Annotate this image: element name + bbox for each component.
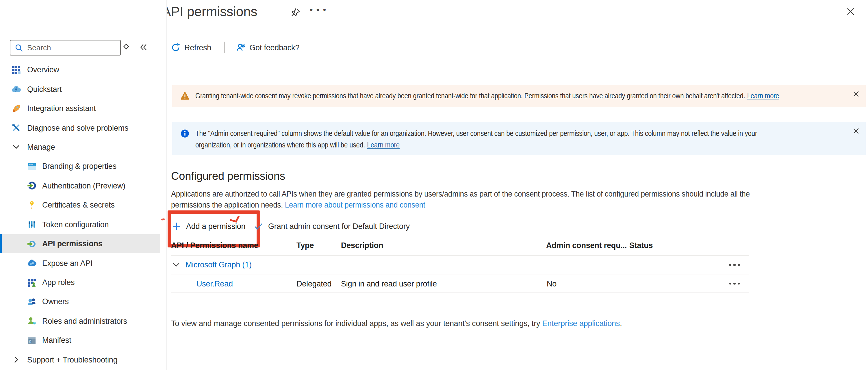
refresh-button[interactable]: Refresh [171, 43, 211, 52]
permissions-consent-link[interactable]: Learn more about permissions and consent [285, 201, 425, 209]
quickstart-icon [11, 84, 21, 94]
expose-api-icon [27, 258, 36, 268]
warning-banner-text: Granting tenant-wide consent may revoke … [195, 92, 779, 100]
owners-icon [27, 297, 36, 306]
sidebar-section-label: Manage [27, 143, 55, 151]
resize-handle-icon[interactable] [123, 43, 130, 50]
add-permission-label: Add a permission [186, 222, 245, 230]
sidebar-item-diagnose[interactable]: Diagnose and solve problems [0, 118, 160, 137]
sidebar-item-app-roles[interactable]: App roles [0, 273, 160, 292]
token-configuration-icon [27, 220, 36, 229]
checkmark-icon [254, 221, 264, 231]
table-row-group-microsoft-graph: Microsoft Graph (1) [171, 255, 749, 275]
authentication-icon [27, 181, 36, 190]
info-banner-close-icon[interactable] [853, 128, 859, 134]
sidebar-section-label: Support + Troubleshooting [27, 356, 118, 364]
permissions-table-header: API / Permissions name Type Description … [171, 238, 749, 255]
column-description: Description [341, 241, 383, 250]
info-learn-more-link[interactable]: Learn more [367, 141, 400, 149]
permission-admin-consent: No [547, 279, 557, 288]
branding-icon: www [27, 162, 36, 171]
sidebar-item-token-configuration[interactable]: Token configuration [0, 215, 160, 234]
sidebar-item-label: API permissions [42, 239, 102, 248]
sidebar-item-authentication[interactable]: Authentication (Preview) [0, 176, 160, 195]
sidebar-section-support-troubleshooting[interactable]: Support + Troubleshooting [0, 350, 160, 369]
roles-admins-icon [27, 316, 36, 326]
svg-text:{}: {} [29, 340, 31, 343]
search-box [10, 40, 121, 56]
warning-learn-more-link[interactable]: Learn more [747, 92, 779, 100]
main-content: Refresh Got feedback? Granting tenant-wi… [171, 0, 866, 370]
feedback-label: Got feedback? [249, 43, 299, 52]
sidebar-item-api-permissions[interactable]: API permissions [0, 234, 160, 253]
sidebar-item-owners[interactable]: Owners [0, 292, 160, 312]
feedback-icon [236, 43, 245, 52]
column-admin-consent-required: Admin consent requ... [546, 241, 627, 250]
sidebar-item-label: App roles [42, 278, 74, 287]
sidebar: Overview Quickstart Integration assistan… [0, 0, 167, 370]
permissions-intro-text: Applications are authorized to call APIs… [171, 188, 767, 210]
sidebar-item-quickstart[interactable]: Quickstart [0, 80, 160, 99]
sidebar-item-label: Owners [42, 298, 69, 306]
permission-type: Delegated [297, 279, 332, 288]
add-permission-button[interactable]: Add a permission [172, 218, 245, 234]
svg-text:www: www [28, 163, 33, 166]
warning-banner: Granting tenant-wide consent may revoke … [172, 85, 866, 107]
sidebar-section-manage[interactable]: Manage [0, 137, 160, 157]
column-type: Type [297, 241, 314, 250]
sidebar-item-label: Diagnose and solve problems [27, 123, 128, 132]
row-actions-ellipsis-icon[interactable] [728, 280, 741, 287]
chevron-right-icon [11, 355, 21, 365]
sidebar-item-integration-assistant[interactable]: Integration assistant [0, 99, 160, 118]
sidebar-item-label: Token configuration [42, 220, 108, 229]
sidebar-item-roles-administrators[interactable]: Roles and administrators [0, 311, 160, 331]
warning-banner-close-icon[interactable] [853, 91, 859, 97]
permission-description: Sign in and read user profile [341, 279, 437, 288]
info-banner: The "Admin consent required" column show… [172, 122, 866, 155]
sidebar-item-manifest[interactable]: {} Manifest [0, 331, 160, 350]
sidebar-item-label: Roles and administrators [42, 317, 127, 326]
sidebar-item-label: Authentication (Preview) [42, 182, 125, 190]
permission-name-link[interactable]: User.Read [196, 279, 233, 288]
manifest-icon: {} [27, 336, 36, 345]
sidebar-item-certificates[interactable]: Certificates & secrets [0, 195, 160, 215]
certificates-icon [27, 201, 36, 210]
footer-note: To view and manage consented permissions… [171, 319, 622, 328]
diagnose-icon [11, 123, 21, 132]
table-row-user-read: User.Read Delegated Sign in and read use… [171, 275, 749, 293]
sidebar-nav: Overview Quickstart Integration assistan… [0, 60, 160, 369]
configured-permissions-heading: Configured permissions [171, 170, 285, 183]
info-banner-text: The "Admin consent required" column show… [195, 128, 775, 151]
sidebar-item-label: Quickstart [27, 85, 62, 93]
microsoft-graph-link[interactable]: Microsoft Graph (1) [186, 260, 252, 269]
expander-chevron-down-icon[interactable] [172, 261, 180, 269]
sidebar-item-expose-api[interactable]: Expose an API [0, 253, 160, 273]
sidebar-item-label: Expose an API [42, 259, 93, 267]
sidebar-item-branding[interactable]: www Branding & properties [0, 157, 160, 176]
sidebar-item-label: Branding & properties [42, 162, 117, 171]
app-roles-icon [27, 278, 36, 287]
api-permissions-icon [27, 239, 36, 248]
sidebar-item-label: Integration assistant [27, 104, 96, 113]
sidebar-item-label: Overview [27, 65, 59, 74]
sidebar-item-overview[interactable]: Overview [0, 60, 160, 80]
refresh-icon [171, 43, 180, 52]
info-icon [180, 129, 190, 138]
grant-admin-consent-label: Grant admin consent for Default Director… [268, 222, 410, 230]
search-icon [14, 43, 24, 52]
command-bar: Refresh Got feedback? [171, 38, 866, 57]
sidebar-item-label: Manifest [42, 336, 71, 345]
sidebar-item-label: Certificates & secrets [42, 201, 115, 210]
collapse-menu-icon[interactable] [139, 43, 148, 52]
plus-icon [172, 222, 181, 230]
column-api-permissions-name: API / Permissions name [171, 241, 258, 250]
refresh-label: Refresh [184, 43, 211, 52]
enterprise-applications-link[interactable]: Enterprise applications [542, 319, 620, 328]
column-status: Status [629, 241, 653, 250]
feedback-button[interactable]: Got feedback? [236, 43, 299, 52]
overview-icon [11, 65, 21, 74]
row-actions-ellipsis-icon[interactable] [728, 261, 741, 268]
grant-admin-consent-button[interactable]: Grant admin consent for Default Director… [254, 218, 410, 234]
integration-assistant-icon [11, 104, 21, 113]
search-input[interactable] [26, 43, 120, 53]
